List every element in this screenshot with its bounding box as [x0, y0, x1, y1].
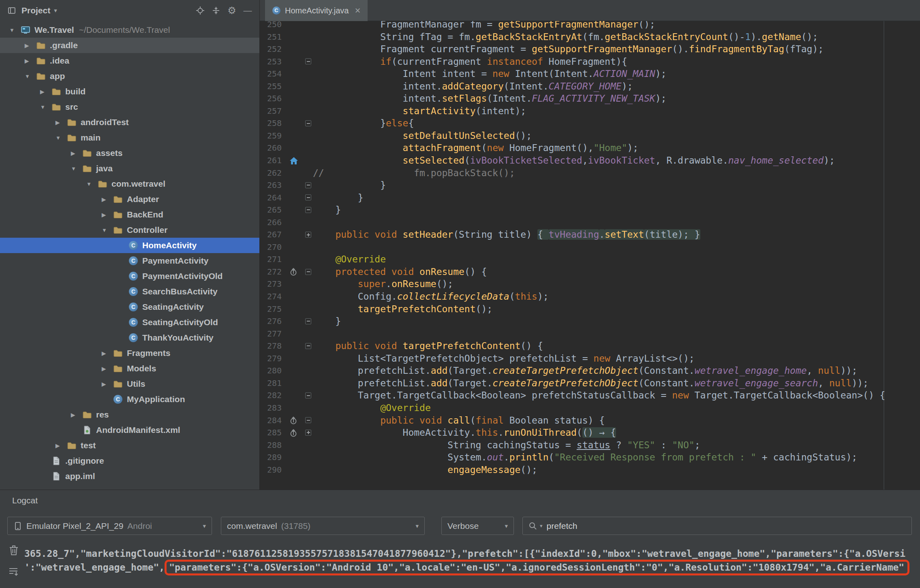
chevron-right-icon[interactable]: ▶ [102, 381, 113, 387]
tree-item-src[interactable]: ▼src [0, 99, 259, 115]
line-number: 280 [260, 364, 282, 377]
log-level-selector[interactable]: Verbose ▾ [441, 517, 514, 535]
chevron-down-icon[interactable]: ▼ [86, 181, 97, 187]
chevron-down-icon[interactable]: ▼ [71, 166, 82, 172]
tree-item-label: Utils [127, 379, 145, 389]
code-text: System.out.println("Received Response fr… [313, 451, 857, 464]
tree-item-fragments[interactable]: ▶Fragments [0, 345, 259, 361]
fold-marker[interactable] [305, 179, 312, 192]
chevron-right-icon[interactable]: ▶ [102, 212, 113, 218]
fold-marker[interactable] [305, 55, 312, 68]
tree-item-java[interactable]: ▼java [0, 161, 259, 176]
line-number: 256 [260, 92, 282, 105]
code-text: setDefaultUnSelected(); [313, 130, 532, 142]
chevron-down-icon[interactable]: ▼ [25, 73, 36, 79]
locate-file-icon[interactable] [194, 4, 206, 17]
code-line-274: 274 Config.collectLifecycleData(this); [260, 290, 920, 303]
soft-wrap-icon[interactable] [8, 567, 19, 577]
code-text: intent.addCategory(Intent.CATEGORY_HOME)… [313, 80, 633, 93]
logcat-search-field[interactable]: ▾ prefetch [522, 517, 912, 535]
chevron-right-icon[interactable]: ▶ [56, 119, 66, 126]
tree-item-controller[interactable]: ▼Controller [0, 222, 259, 238]
tree-item-homeactivity[interactable]: CHomeActivity [0, 238, 259, 253]
folder-icon [36, 71, 46, 81]
tree-item-backend[interactable]: ▶BackEnd [0, 207, 259, 222]
tree-item-app[interactable]: ▼app [0, 68, 259, 84]
fold-marker[interactable] [305, 117, 312, 130]
search-value: prefetch [547, 521, 578, 531]
tree-item-adapter[interactable]: ▶Adapter [0, 192, 259, 207]
fold-marker[interactable] [305, 204, 312, 216]
code-text: prefetchList.add(Target.createTargetPref… [313, 364, 857, 377]
tree-item-paymentactivity[interactable]: CPaymentActivity [0, 253, 259, 268]
fold-marker[interactable] [305, 266, 312, 278]
chevron-down-icon[interactable]: ▾ [540, 523, 543, 529]
trash-icon[interactable] [8, 544, 19, 556]
tree-item-thankyouactivity[interactable]: CThankYouActivity [0, 330, 259, 345]
close-tab-icon[interactable]: × [355, 6, 360, 15]
tree-item-myapplication[interactable]: CMyApplication [0, 392, 259, 407]
class-icon: C [128, 286, 139, 297]
log-line: 365.28_7","marketingCloudVisitorId":"618… [24, 548, 905, 560]
package-icon [113, 209, 123, 220]
tree-item-androidmanifest-xml[interactable]: AndroidManifest.xml [0, 422, 259, 438]
tree-item-com-wetravel[interactable]: ▼com.wetravel [0, 176, 259, 192]
tree-item-seatingactivityold[interactable]: CSeatingActivityOld [0, 315, 259, 330]
fold-marker[interactable] [305, 228, 312, 241]
chevron-down-icon[interactable]: ▼ [56, 135, 66, 141]
tree-item-test[interactable]: ▶test [0, 438, 259, 453]
chevron-right-icon[interactable]: ▶ [56, 443, 66, 449]
tree-item-seatingactivity[interactable]: CSeatingActivity [0, 299, 259, 315]
fold-marker[interactable] [305, 315, 312, 328]
chevron-right-icon[interactable]: ▶ [40, 89, 51, 95]
hide-panel-icon[interactable]: — [242, 4, 254, 17]
override-gutter-icon[interactable] [286, 266, 302, 277]
chevron-right-icon[interactable]: ▶ [25, 43, 36, 49]
fold-marker[interactable] [305, 414, 312, 427]
tree-item-app-iml[interactable]: app.iml [0, 469, 259, 484]
tree-item-paymentactivityold[interactable]: CPaymentActivityOld [0, 268, 259, 284]
collapse-all-icon[interactable] [210, 4, 222, 17]
tab-homeactivity-java[interactable]: C HomeActivity.java × [265, 0, 368, 21]
fold-marker[interactable] [305, 192, 312, 204]
tree-item-utils[interactable]: ▶Utils [0, 376, 259, 392]
tree-item-build[interactable]: ▶build [0, 84, 259, 99]
chevron-right-icon[interactable]: ▶ [102, 350, 113, 356]
home-gutter-icon[interactable] [286, 155, 302, 166]
tree-item-gradle[interactable]: ▶.gradle [0, 38, 259, 53]
chevron-right-icon[interactable]: ▶ [102, 196, 113, 202]
code-editor[interactable]: 250 FragmentManager fm = getSupportFragm… [260, 21, 920, 490]
tree-item-res[interactable]: ▶res [0, 407, 259, 422]
override-gutter-icon[interactable] [286, 415, 302, 426]
tree-item-we-travel[interactable]: ▼We.Travel~/Documents/We.Travel [0, 22, 259, 38]
chevron-right-icon[interactable]: ▶ [71, 150, 82, 156]
chevron-right-icon[interactable]: ▶ [71, 412, 82, 418]
tool-window-icon [6, 4, 18, 17]
tree-item-idea[interactable]: ▶.idea [0, 53, 259, 68]
chevron-down-icon[interactable]: ▼ [40, 104, 51, 110]
process-selector[interactable]: com.wetravel (31785) ▾ [221, 517, 425, 535]
fold-marker[interactable] [305, 389, 312, 402]
logcat-tab-label[interactable]: Logcat [12, 496, 38, 505]
project-view-selector[interactable]: Project [21, 6, 50, 15]
override-gutter-icon[interactable] [286, 427, 302, 438]
tree-item-models[interactable]: ▶Models [0, 361, 259, 376]
tree-item-label: src [65, 102, 78, 112]
code-text: attachFragment(new HomeFragment(),"Home"… [313, 142, 638, 154]
chevron-down-icon[interactable]: ▾ [54, 7, 57, 14]
chevron-down-icon[interactable]: ▼ [9, 27, 20, 33]
chevron-right-icon[interactable]: ▶ [25, 58, 36, 64]
tree-item-androidtest[interactable]: ▶androidTest [0, 115, 259, 130]
tree-item-main[interactable]: ▼main [0, 130, 259, 145]
code-line-256: 256 intent.setFlags(Intent.FLAG_ACTIVITY… [260, 92, 920, 105]
file-icon [51, 471, 62, 481]
fold-marker[interactable] [305, 426, 312, 439]
settings-gear-icon[interactable]: ⚙ [226, 4, 238, 17]
device-selector[interactable]: Emulator Pixel_2_API_29 Androi ▾ [7, 517, 212, 535]
chevron-right-icon[interactable]: ▶ [102, 366, 113, 372]
tree-item-gitignore[interactable]: .gitignore [0, 453, 259, 469]
tree-item-assets[interactable]: ▶assets [0, 145, 259, 161]
tree-item-searchbusactivity[interactable]: CSearchBusActivity [0, 284, 259, 299]
fold-marker[interactable] [305, 340, 312, 352]
chevron-down-icon[interactable]: ▼ [102, 227, 113, 233]
